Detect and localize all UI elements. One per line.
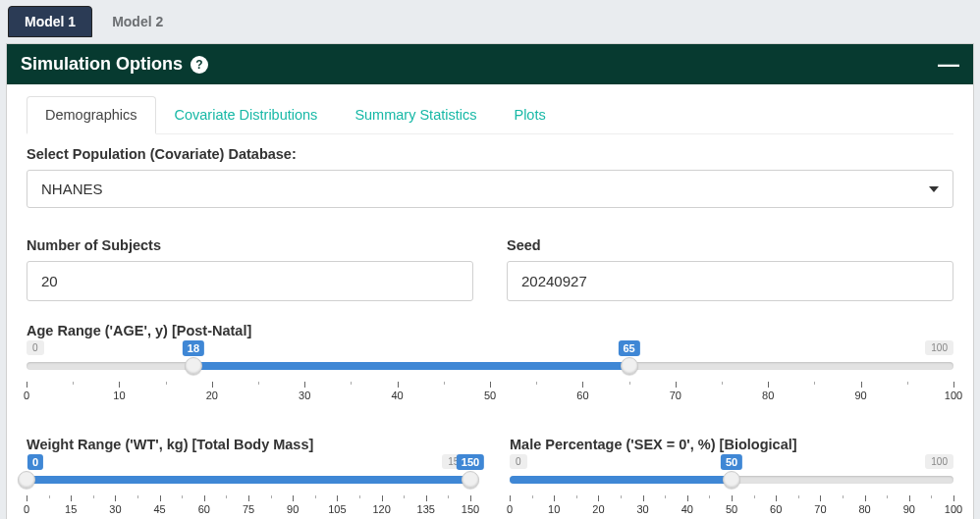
weight-ticks: 0153045607590105120135150 xyxy=(27,495,470,517)
age-ticks: 0102030405060708090100 xyxy=(27,382,953,403)
weight-high-handle[interactable] xyxy=(462,471,479,489)
seed-input[interactable] xyxy=(507,261,953,301)
male-label: Male Percentage ('SEX = 0', %) [Biologic… xyxy=(510,437,953,452)
tab-covariate-distributions[interactable]: Covariate Distributions xyxy=(156,96,337,133)
age-min-badge: 0 xyxy=(27,340,44,355)
inner-tabs: Demographics Covariate Distributions Sum… xyxy=(27,96,953,134)
subjects-label: Number of Subjects xyxy=(27,237,473,253)
age-max-badge: 100 xyxy=(925,340,953,355)
panel-title: Simulation Options xyxy=(21,54,183,75)
male-slider[interactable]: 0 100 50 xyxy=(510,460,953,488)
male-slider-block: Male Percentage ('SEX = 0', %) [Biologic… xyxy=(510,425,953,517)
population-label: Select Population (Covariate) Database: xyxy=(27,146,953,162)
model-tabs: Model 1 Model 2 xyxy=(6,6,974,37)
male-min-badge: 0 xyxy=(510,454,527,469)
weight-high-value-badge: 150 xyxy=(457,454,484,470)
tab-summary-statistics[interactable]: Summary Statistics xyxy=(336,96,495,133)
age-low-value-badge: 18 xyxy=(183,340,204,356)
population-select[interactable]: NHANES xyxy=(27,170,953,208)
weight-slider-block: Weight Range ('WT', kg) [Total Body Mass… xyxy=(27,425,470,517)
tab-plots[interactable]: Plots xyxy=(495,96,564,133)
male-value-badge: 50 xyxy=(721,454,742,470)
model-tab-1[interactable]: Model 1 xyxy=(8,6,92,37)
weight-label: Weight Range ('WT', kg) [Total Body Mass… xyxy=(27,437,470,452)
chevron-down-icon xyxy=(929,186,939,192)
age-label: Age Range ('AGE', y) [Post-Natal] xyxy=(27,323,953,338)
simulation-options-panel: Simulation Options ? — Demographics Cova… xyxy=(6,43,974,519)
seed-label: Seed xyxy=(507,237,953,253)
weight-low-value-badge: 0 xyxy=(27,454,43,470)
population-selected-value: NHANES xyxy=(41,181,103,197)
weight-low-handle[interactable] xyxy=(18,471,35,489)
subjects-input[interactable] xyxy=(27,261,473,301)
age-slider-block: Age Range ('AGE', y) [Post-Natal] 0 100 … xyxy=(27,323,953,403)
model-tab-2[interactable]: Model 2 xyxy=(95,6,180,37)
panel-header: Simulation Options ? — xyxy=(7,44,973,84)
age-low-handle[interactable] xyxy=(185,357,202,375)
male-handle[interactable] xyxy=(723,471,740,489)
tab-demographics[interactable]: Demographics xyxy=(27,96,156,134)
age-slider[interactable]: 0 100 18 65 xyxy=(27,346,953,374)
help-icon[interactable]: ? xyxy=(191,56,208,74)
collapse-icon[interactable]: — xyxy=(938,60,959,70)
age-high-value-badge: 65 xyxy=(618,340,639,356)
weight-slider[interactable]: 150 0 150 xyxy=(27,460,470,488)
male-max-badge: 100 xyxy=(925,454,953,469)
age-high-handle[interactable] xyxy=(621,357,638,375)
male-ticks: 0102030405060708090100 xyxy=(510,495,953,517)
